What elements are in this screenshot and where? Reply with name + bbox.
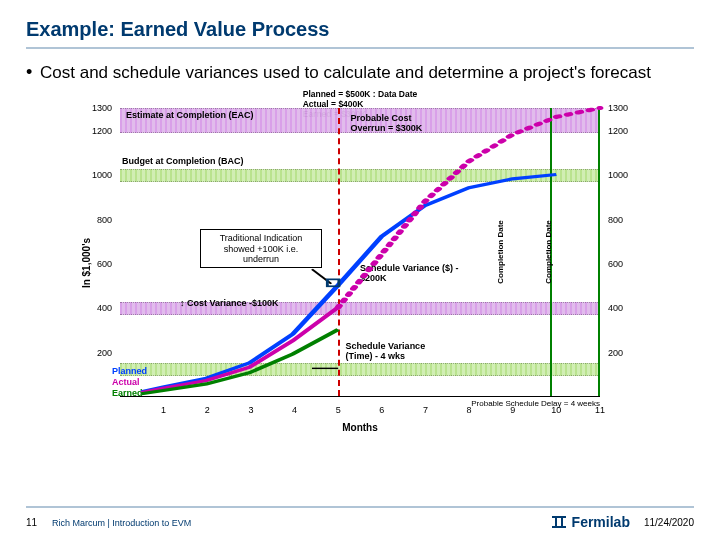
plot-area: Estimate at Completion (EAC) Budget at C… <box>120 108 600 397</box>
footer-author: Rich Marcum | Introduction to EVM <box>52 518 191 528</box>
x-axis: 1 2 3 4 5 6 7 8 9 10 11 Months <box>120 403 600 435</box>
curves-svg <box>120 108 600 396</box>
page-number: 11 <box>26 517 37 528</box>
fermilab-logo: Fermilab <box>550 514 630 530</box>
page-title: Example: Earned Value Process <box>26 18 694 49</box>
slide-footer: 11 Rich Marcum | Introduction to EVM Fer… <box>26 506 694 530</box>
main-bullet: Cost and schedule variances used to calc… <box>40 61 694 84</box>
evm-chart: Planned = $500K : Data Date Actual = $40… <box>80 90 640 435</box>
y-axis-left: 1300 1200 1000 800 600 400 200 <box>80 90 114 435</box>
footer-date: 11/24/2020 <box>644 517 694 528</box>
y-axis-right: 1300 1200 1000 800 600 400 200 <box>606 90 640 435</box>
x-axis-label: Months <box>120 422 600 433</box>
